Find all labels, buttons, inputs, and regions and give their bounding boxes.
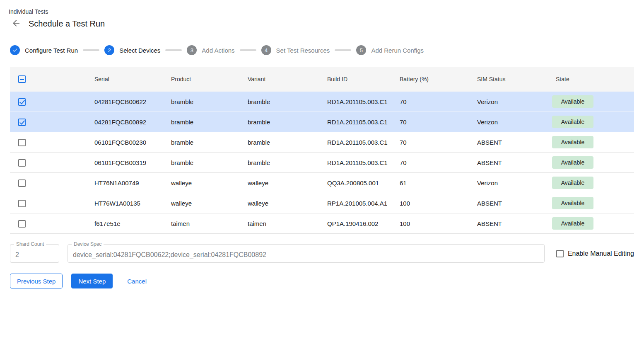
- step-label: Add Actions: [202, 47, 234, 54]
- state-badge: Available: [552, 156, 593, 169]
- step-label: Set Test Resources: [276, 47, 330, 54]
- device-spec-label: Device Spec: [72, 241, 104, 247]
- cell-variant: walleye: [248, 200, 327, 207]
- step-indicator: 2: [104, 45, 114, 55]
- shard-count-input[interactable]: [10, 245, 59, 262]
- next-step-button[interactable]: Next Step: [71, 274, 113, 288]
- cell-variant: bramble: [248, 159, 327, 166]
- cell-serial: 06101FQCB00319: [94, 159, 171, 166]
- cell-product: walleye: [171, 200, 248, 207]
- row-checkbox[interactable]: [18, 98, 26, 106]
- device-row[interactable]: 04281FQCB00622 bramble bramble RD1A.2011…: [10, 92, 634, 112]
- step-label: Add Rerun Configs: [371, 47, 424, 54]
- step-indicator: 4: [261, 45, 271, 55]
- enable-manual-editing-label: Enable Manual Editing: [568, 250, 634, 257]
- step-indicator: 3: [187, 45, 197, 55]
- select-all-checkbox[interactable]: [18, 75, 26, 83]
- cell-battery: 70: [400, 119, 477, 126]
- stepper-step[interactable]: 5 Add Rerun Configs: [356, 45, 424, 55]
- back-button[interactable]: [11, 19, 21, 29]
- row-checkbox[interactable]: [18, 159, 26, 167]
- column-header-build-id: Build ID: [327, 76, 400, 82]
- state-badge: Available: [552, 95, 593, 108]
- cell-serial: 04281FQCB00892: [94, 119, 171, 126]
- cell-variant: walleye: [248, 179, 327, 187]
- cell-product: bramble: [171, 159, 248, 166]
- shard-count-label: Shard Count: [14, 241, 46, 247]
- wizard-stepper: Configure Test Run 2 Select Devices 3 Ad…: [10, 45, 644, 55]
- cell-serial: HT76W1A00135: [94, 200, 171, 207]
- row-checkbox[interactable]: [18, 119, 26, 126]
- wizard-actions: Previous Step Next Step Cancel: [10, 274, 644, 288]
- step-connector: [240, 49, 256, 51]
- cell-product: bramble: [171, 119, 248, 126]
- row-checkbox[interactable]: [18, 200, 26, 207]
- cell-battery: 70: [400, 98, 477, 105]
- cell-product: taimen: [171, 220, 248, 227]
- cell-serial: f617e51e: [94, 220, 171, 227]
- row-checkbox[interactable]: [18, 220, 26, 228]
- state-badge: Available: [552, 177, 593, 189]
- cell-build-id: RD1A.201105.003.C1: [327, 159, 400, 166]
- step-connector: [83, 49, 99, 51]
- device-table: Serial Product Variant Build ID Battery …: [10, 67, 634, 234]
- cell-build-id: RD1A.201105.003.C1: [327, 119, 400, 126]
- device-row[interactable]: 06101FQCB00230 bramble bramble RD1A.2011…: [10, 132, 634, 153]
- stepper-step[interactable]: 2 Select Devices: [104, 45, 160, 55]
- cell-sim: Verizon: [477, 98, 552, 105]
- shard-count-field: Shard Count: [10, 244, 59, 263]
- cell-serial: 06101FQCB00230: [94, 139, 171, 146]
- cell-sim: ABSENT: [477, 200, 552, 207]
- device-row[interactable]: HT76N1A00749 walleye walleye QQ3A.200805…: [10, 173, 634, 193]
- table-header-row: Serial Product Variant Build ID Battery …: [10, 67, 634, 92]
- column-header-variant: Variant: [248, 76, 327, 82]
- cell-serial: HT76N1A00749: [94, 179, 171, 187]
- device-row[interactable]: 04281FQCB00892 bramble bramble RD1A.2011…: [10, 112, 634, 132]
- cell-sim: Verizon: [477, 179, 552, 187]
- device-spec-input[interactable]: [68, 245, 544, 262]
- enable-manual-editing-checkbox[interactable]: [556, 250, 564, 257]
- enable-manual-editing-toggle[interactable]: Enable Manual Editing: [556, 250, 634, 257]
- row-checkbox[interactable]: [18, 139, 26, 146]
- sharding-form: Shard Count Device Spec Enable Manual Ed…: [10, 244, 634, 263]
- cell-battery: 70: [400, 139, 477, 146]
- step-connector: [165, 49, 182, 51]
- cell-variant: bramble: [248, 139, 327, 146]
- cell-sim: ABSENT: [477, 159, 552, 166]
- column-header-battery: Battery (%): [400, 76, 477, 82]
- device-row[interactable]: HT76W1A00135 walleye walleye RP1A.201005…: [10, 193, 634, 213]
- device-row[interactable]: f617e51e taimen taimen QP1A.190416.002 1…: [10, 213, 634, 234]
- stepper-step[interactable]: 3 Add Actions: [187, 45, 234, 55]
- cell-variant: bramble: [248, 119, 327, 126]
- step-label: Configure Test Run: [25, 47, 78, 54]
- step-indicator: [10, 45, 20, 55]
- stepper-step[interactable]: Configure Test Run: [10, 45, 78, 55]
- column-header-serial: Serial: [94, 76, 171, 82]
- cell-sim: ABSENT: [477, 139, 552, 146]
- cell-battery: 70: [400, 159, 477, 166]
- cell-serial: 04281FQCB00622: [94, 98, 171, 105]
- previous-step-button[interactable]: Previous Step: [10, 274, 63, 288]
- cancel-button[interactable]: Cancel: [121, 274, 153, 288]
- step-indicator: 5: [356, 45, 366, 55]
- header-divider: [0, 35, 644, 35]
- cell-product: bramble: [171, 139, 248, 146]
- check-icon: [12, 47, 18, 53]
- row-checkbox[interactable]: [18, 179, 26, 187]
- column-header-state: State: [552, 76, 634, 82]
- table-body: 04281FQCB00622 bramble bramble RD1A.2011…: [10, 92, 634, 234]
- state-badge: Available: [552, 197, 593, 209]
- arrow-back-icon: [11, 18, 21, 29]
- column-header-product: Product: [171, 76, 248, 82]
- breadcrumb: Individual Tests: [9, 8, 644, 15]
- cell-variant: bramble: [248, 98, 327, 105]
- stepper-step[interactable]: 4 Set Test Resources: [261, 45, 330, 55]
- device-row[interactable]: 06101FQCB00319 bramble bramble RD1A.2011…: [10, 153, 634, 173]
- cell-battery: 61: [400, 179, 477, 187]
- cell-battery: 100: [400, 200, 477, 207]
- cell-sim: Verizon: [477, 119, 552, 126]
- state-badge: Available: [552, 116, 593, 128]
- device-spec-field: Device Spec: [68, 244, 545, 263]
- page-header: Individual Tests Schedule a Test Run: [0, 0, 644, 29]
- cell-variant: taimen: [248, 220, 327, 227]
